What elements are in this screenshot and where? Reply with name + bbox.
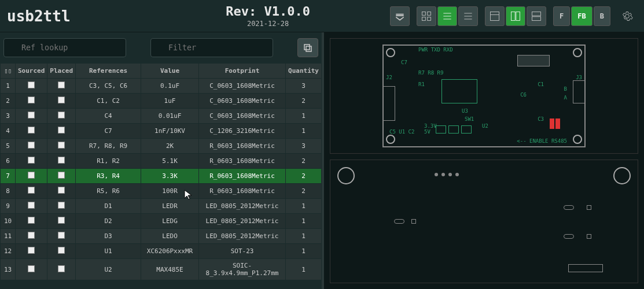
sourced-checkbox[interactable] xyxy=(28,232,35,239)
row-value: 1nF/10KV xyxy=(141,124,199,139)
placed-checkbox[interactable] xyxy=(58,217,65,224)
sourced-checkbox[interactable] xyxy=(28,142,35,149)
row-quantity: 1 xyxy=(286,124,322,139)
col-index[interactable]: ▯▯ xyxy=(1,64,16,79)
table-row[interactable]: 2C1, C21uFC_0603_1608Metric2 xyxy=(1,94,322,109)
silk-label: C6 xyxy=(520,92,527,98)
row-quantity: 1 xyxy=(286,259,322,280)
row-quantity: 1 xyxy=(286,244,322,259)
col-references[interactable]: References xyxy=(76,64,141,79)
svg-rect-12 xyxy=(511,12,516,20)
row-footprint: R_0603_1608Metric xyxy=(199,154,286,169)
sourced-checkbox[interactable] xyxy=(28,202,35,209)
row-footprint: SOT-23 xyxy=(199,244,286,259)
col-quantity[interactable]: Quantity xyxy=(286,64,322,79)
placed-checkbox[interactable] xyxy=(58,187,65,194)
row-value: 3.3K xyxy=(141,169,199,184)
highlighted-r4 xyxy=(555,118,560,129)
row-value: XC6206PxxxMR xyxy=(141,244,199,259)
col-value[interactable]: Value xyxy=(141,64,199,79)
view-bom-top-button[interactable] xyxy=(458,6,478,26)
layout-3-button[interactable] xyxy=(527,6,546,26)
silk-label: C7 xyxy=(401,60,407,65)
row-index: 4 xyxy=(1,124,16,139)
row-index: 3 xyxy=(1,109,16,124)
silk-label: B xyxy=(564,86,567,92)
row-quantity: 1 xyxy=(286,199,322,214)
placed-checkbox[interactable] xyxy=(58,142,65,149)
row-index: 10 xyxy=(1,214,16,229)
placed-checkbox[interactable] xyxy=(58,157,65,164)
placed-checkbox[interactable] xyxy=(58,172,65,179)
placed-checkbox[interactable] xyxy=(58,81,65,88)
silk-label: J2 xyxy=(386,75,392,80)
placed-checkbox[interactable] xyxy=(58,127,65,134)
table-row[interactable]: 12U1XC6206PxxxMRSOT-231 xyxy=(1,244,322,259)
placed-checkbox[interactable] xyxy=(58,97,65,103)
table-row[interactable]: 7R3, R43.3KR_0603_1608Metric2 xyxy=(1,169,322,184)
silk-label: A xyxy=(564,95,567,101)
gear-icon xyxy=(621,10,633,22)
col-sourced[interactable]: Sourced xyxy=(16,64,47,79)
layout-2-button[interactable] xyxy=(506,6,525,26)
col-placed[interactable]: Placed xyxy=(47,64,76,79)
copy-button[interactable] xyxy=(297,38,318,57)
row-index: 11 xyxy=(1,229,16,244)
sourced-checkbox[interactable] xyxy=(28,217,35,224)
silk-label: U2 xyxy=(482,123,488,129)
sourced-checkbox[interactable] xyxy=(28,187,35,194)
silk-label: C3 xyxy=(538,116,544,122)
settings-button[interactable] xyxy=(617,6,637,26)
row-index: 8 xyxy=(1,184,16,199)
table-row[interactable]: 6R1, R25.1KR_0603_1608Metric2 xyxy=(1,154,322,169)
row-references: R5, R6 xyxy=(76,184,141,199)
svg-rect-14 xyxy=(532,12,541,16)
table-row[interactable]: 5R7, R8, R92KR_0603_1608Metric3 xyxy=(1,139,322,154)
svg-rect-3 xyxy=(428,17,431,20)
sourced-checkbox[interactable] xyxy=(28,81,35,88)
row-quantity: 1 xyxy=(286,109,322,124)
table-row[interactable]: 8R5, R6100RR_0603_1608Metric2 xyxy=(1,184,322,199)
table-row[interactable]: 9D1LEDRLED_0805_2012Metric1 xyxy=(1,199,322,214)
table-row[interactable]: 10D2LEDGLED_0805_2012Metric1 xyxy=(1,214,322,229)
layer-both-button[interactable]: FB xyxy=(571,6,592,26)
svg-rect-15 xyxy=(532,16,541,20)
row-index: 12 xyxy=(1,244,16,259)
view-grid-button[interactable] xyxy=(417,6,436,26)
row-index: 13 xyxy=(1,259,16,280)
placed-checkbox[interactable] xyxy=(58,247,65,254)
sourced-checkbox[interactable] xyxy=(28,127,35,134)
sourced-checkbox[interactable] xyxy=(28,265,35,272)
col-footprint[interactable]: Footprint xyxy=(199,64,286,79)
layer-back-button[interactable]: B xyxy=(594,6,610,26)
row-index: 5 xyxy=(1,139,16,154)
layer-front-button[interactable]: F xyxy=(553,6,570,26)
table-row[interactable]: 3C40.01uFC_0603_1608Metric1 xyxy=(1,109,322,124)
placed-checkbox[interactable] xyxy=(58,202,65,209)
pcb-front-view[interactable]: PWR TXD RXD C7 R7 R8 R9 C4R6R5 J2 R1 C1 … xyxy=(330,38,638,154)
placed-checkbox[interactable] xyxy=(58,112,65,118)
layout-1-button[interactable] xyxy=(485,6,505,26)
sourced-checkbox[interactable] xyxy=(28,157,35,164)
pcb-back-view[interactable] xyxy=(330,160,638,283)
bom-table-container[interactable]: ▯▯ Sourced Placed References Value Footp… xyxy=(0,63,322,289)
svg-rect-17 xyxy=(304,45,310,50)
save-button[interactable] xyxy=(390,6,410,26)
sourced-checkbox[interactable] xyxy=(28,97,35,103)
sourced-checkbox[interactable] xyxy=(28,247,35,254)
placed-checkbox[interactable] xyxy=(58,232,65,239)
sourced-checkbox[interactable] xyxy=(28,172,35,179)
table-row[interactable]: 4C71nF/10KVC_1206_3216Metric1 xyxy=(1,124,322,139)
table-row[interactable]: 13U2MAX485ESOIC-8_3.9x4.9mm_P1.27mm1 xyxy=(1,259,322,280)
placed-checkbox[interactable] xyxy=(58,265,65,272)
sourced-checkbox[interactable] xyxy=(28,112,35,118)
row-references: D3 xyxy=(76,229,141,244)
view-bom-left-button[interactable] xyxy=(437,6,457,26)
row-references: C4 xyxy=(76,109,141,124)
row-index: 1 xyxy=(1,79,16,94)
filter-input[interactable] xyxy=(150,38,273,57)
table-row[interactable]: 1C3, C5, C60.1uFC_0603_1608Metric3 xyxy=(1,79,322,94)
ref-lookup-input[interactable] xyxy=(3,38,126,57)
row-references: R7, R8, R9 xyxy=(76,139,141,154)
table-row[interactable]: 11D3LEDOLED_0805_2012Metric1 xyxy=(1,229,322,244)
